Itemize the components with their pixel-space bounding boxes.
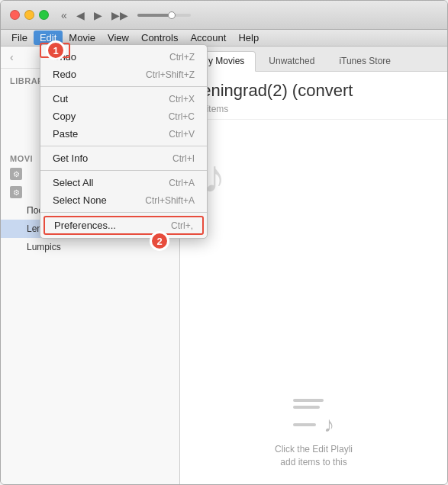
no-items-label: No items	[192, 104, 435, 114]
menu-redo[interactable]: Redo Ctrl+Shift+Z	[40, 66, 207, 83]
menu-select-none[interactable]: Select None Ctrl+Shift+A	[40, 191, 207, 209]
preferences-label: Preferences...	[54, 220, 116, 231]
cut-label: Cut	[53, 93, 68, 104]
title-bar: « ◀ ▶ ▶▶	[1, 1, 447, 30]
content-body: ♪ ♪ Click the Edit Playli add item	[180, 120, 447, 484]
content-title: Leningrad(2) (convert	[192, 81, 435, 101]
paste-shortcut: Ctrl+V	[169, 129, 195, 140]
tab-unwatched[interactable]: Unwatched	[257, 51, 326, 71]
main-panel: My Movies Unwatched iTunes Store Leningr…	[180, 47, 447, 484]
menu-undo[interactable]: Undo Ctrl+Z	[40, 48, 207, 66]
redo-label: Redo	[53, 69, 76, 80]
menu-item-help[interactable]: Help	[232, 31, 265, 45]
hint-line-2: add items to this	[280, 457, 346, 467]
copy-shortcut: Ctrl+C	[169, 111, 195, 122]
menu-select-all[interactable]: Select All Ctrl+A	[40, 174, 207, 191]
edit-dropdown-menu[interactable]: Undo Ctrl+Z Redo Ctrl+Shift+Z Cut Ctrl+X…	[40, 44, 208, 239]
select-all-shortcut: Ctrl+A	[169, 178, 195, 188]
gear-icon-1: ⚙	[10, 168, 22, 180]
play-button[interactable]: ▶	[91, 8, 105, 23]
cut-shortcut: Ctrl+X	[169, 94, 195, 104]
copy-label: Copy	[53, 111, 76, 122]
undo-label: Undo	[53, 51, 76, 63]
menu-item-view[interactable]: View	[102, 31, 135, 45]
tabs-row: My Movies Unwatched iTunes Store	[180, 47, 447, 72]
paste-label: Paste	[53, 128, 78, 140]
separator-4	[40, 212, 207, 213]
lumpics-grid-icon	[10, 241, 22, 253]
playlist-line-1	[293, 399, 334, 402]
content-header: Leningrad(2) (convert No items	[180, 72, 447, 120]
click-hint: Click the Edit Playli add items to this	[275, 443, 353, 469]
rewind-button[interactable]: «	[58, 8, 70, 23]
menu-item-file[interactable]: File	[5, 31, 34, 45]
movies-grid-icon	[10, 90, 22, 102]
undo-shortcut: Ctrl+Z	[169, 52, 195, 63]
tab-itunes-store[interactable]: iTunes Store	[327, 51, 402, 71]
back-button[interactable]: ◀	[73, 8, 88, 23]
volume-slider[interactable]	[137, 14, 191, 17]
podcasts-grid-icon	[10, 127, 22, 139]
playlist-bar-3	[293, 423, 316, 426]
fastforward-button[interactable]: ▶▶	[108, 8, 131, 23]
recent-grid-icon	[10, 204, 22, 217]
transport-controls: « ◀ ▶ ▶▶	[58, 8, 131, 23]
menu-copy[interactable]: Copy Ctrl+C	[40, 108, 207, 125]
menu-item-account[interactable]: Account	[184, 31, 232, 45]
redo-shortcut: Ctrl+Shift+Z	[146, 69, 195, 80]
playlist-line-2	[293, 406, 334, 409]
maximize-button[interactable]	[39, 10, 49, 20]
nav-back-arrow[interactable]: ‹	[5, 50, 18, 65]
volume-thumb	[168, 11, 176, 19]
menu-get-info[interactable]: Get Info Ctrl+I	[40, 149, 207, 167]
tv-grid-icon	[10, 108, 22, 120]
playlist-icon: ♪	[293, 399, 334, 437]
menu-preferences[interactable]: Preferences... Ctrl+,	[44, 216, 204, 235]
leningrad-grid-icon	[10, 223, 22, 235]
playlist-bar-2	[293, 406, 320, 409]
separator-1	[40, 86, 207, 87]
window-controls	[10, 10, 49, 20]
separator-3	[40, 170, 207, 171]
menu-item-movie[interactable]: Movie	[63, 31, 102, 45]
playlist-bar-1	[293, 399, 324, 402]
separator-2	[40, 146, 207, 146]
menu-item-edit[interactable]: Edit	[34, 31, 63, 45]
menu-cut[interactable]: Cut Ctrl+X	[40, 90, 207, 108]
sidebar-item-lumpics-label: Lumpics	[27, 242, 61, 252]
close-button[interactable]	[10, 10, 20, 20]
select-none-shortcut: Ctrl+Shift+A	[145, 195, 195, 206]
playlist-note-icon: ♪	[324, 413, 334, 437]
preferences-shortcut: Ctrl+,	[171, 220, 193, 231]
get-info-label: Get Info	[53, 153, 88, 164]
app-window: « ◀ ▶ ▶▶ File Edit Movie View Controls A…	[0, 0, 448, 485]
gear-icon-2: ⚙	[10, 186, 22, 198]
hint-line-1: Click the Edit Playli	[275, 444, 353, 454]
playlist-line-3: ♪	[293, 413, 334, 437]
sidebar-item-lumpics[interactable]: Lumpics	[1, 238, 179, 256]
select-none-label: Select None	[53, 194, 107, 206]
menu-item-controls[interactable]: Controls	[135, 31, 184, 45]
select-all-label: Select All	[53, 177, 93, 188]
minimize-button[interactable]	[24, 10, 34, 20]
get-info-shortcut: Ctrl+I	[172, 153, 195, 164]
menu-paste[interactable]: Paste Ctrl+V	[40, 125, 207, 143]
